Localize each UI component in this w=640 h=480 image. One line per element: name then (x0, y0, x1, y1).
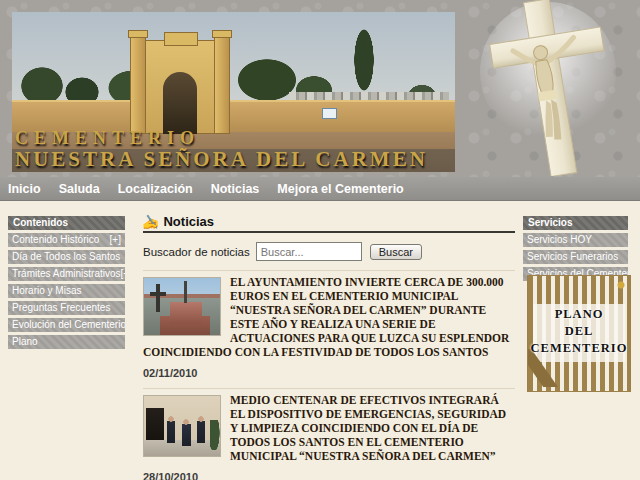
sidebar-item-plano[interactable]: Plano (8, 335, 125, 349)
sidebar-servicios-title: Servicios (523, 216, 628, 230)
header-banner: CEMENTERIO NUESTRA SEÑORA DEL CARMEN (0, 0, 640, 177)
page-title: Noticias (163, 214, 214, 229)
sidebar-item-horario-y-misas[interactable]: Horario y Misas (8, 284, 125, 298)
news-item: MEDIO CENTENAR DE EFECTIVOS INTEGRARÁ EL… (143, 388, 515, 480)
expand-plus-icon: [+] (110, 233, 121, 247)
sidebar-contenidos-title: Contenidos (8, 216, 125, 230)
news-thumbnail-officials[interactable] (143, 395, 221, 457)
news-item: EL AYUNTAMIENTO INVIERTE CERCA DE 300.00… (143, 271, 515, 381)
writing-hand-icon: ✍ (143, 216, 160, 228)
cemetery-photo: CEMENTERIO NUESTRA SEÑORA DEL CARMEN (12, 12, 455, 172)
search-input[interactable] (256, 242, 362, 261)
sidebar-item-contenido-historico[interactable]: Contenido Histórico[+] (8, 233, 125, 247)
search-button[interactable]: Buscar (370, 244, 422, 260)
search-label: Buscador de noticias (143, 246, 250, 258)
news-thumbnail-cemetery[interactable] (143, 277, 221, 336)
crucifix-image (480, 0, 620, 176)
sidebar-item-servicios-hoy[interactable]: Servicios HOY (523, 233, 628, 247)
sidebar-item-evolucion-del-cementerio[interactable]: Evolución del Cementerio (8, 318, 125, 332)
nav-noticias[interactable]: Noticias (211, 182, 260, 196)
nav-inicio[interactable]: Inicio (8, 182, 41, 196)
site-title-line1: CEMENTERIO (15, 129, 428, 147)
site-title-line2: NUESTRA SEÑORA DEL CARMEN (15, 149, 428, 170)
page: CEMENTERIO NUESTRA SEÑORA DEL CARMEN (0, 0, 640, 480)
expand-plus-icon: [+] (121, 267, 125, 281)
nav-mejora-el-cementerio[interactable]: Mejora el Cementerio (277, 182, 403, 196)
sidebar-item-dia-de-todos-los-santos[interactable]: Día de Todos los Santos (8, 250, 125, 264)
news-date: 28/10/2010 (143, 463, 515, 480)
sidebar-item-tramites-administrativos[interactable]: Trámites Administrativos[+] (8, 267, 125, 281)
main-content: ✍ Noticias Buscador de noticias Buscar E… (143, 214, 515, 480)
main-nav: Inicio Saluda Localización Noticias Mejo… (0, 177, 640, 201)
nav-saluda[interactable]: Saluda (59, 182, 100, 196)
plano-label: PLANO DEL CEMENTERIO (528, 306, 630, 357)
sidebar-item-preguntas-frecuentes[interactable]: Preguntas Frecuentes (8, 301, 125, 315)
site-title: CEMENTERIO NUESTRA SEÑORA DEL CARMEN (15, 129, 428, 172)
sidebar-servicios: Servicios Servicios HOY Servicios Funera… (523, 216, 628, 284)
news-date: 02/11/2010 (143, 359, 515, 381)
nav-localizacion[interactable]: Localización (118, 182, 193, 196)
section-header: ✍ Noticias (143, 214, 515, 233)
plano-del-cementerio-image[interactable]: PLANO DEL CEMENTERIO (527, 275, 631, 392)
sidebar-item-servicios-funerarios[interactable]: Servicios Funerarios (523, 250, 628, 264)
photo-sign (322, 108, 337, 119)
news-search-bar: Buscador de noticias Buscar (143, 242, 515, 271)
sidebar-contenidos: Contenidos Contenido Histórico[+] Día de… (8, 216, 125, 352)
photo-entrance-arch (130, 34, 230, 134)
